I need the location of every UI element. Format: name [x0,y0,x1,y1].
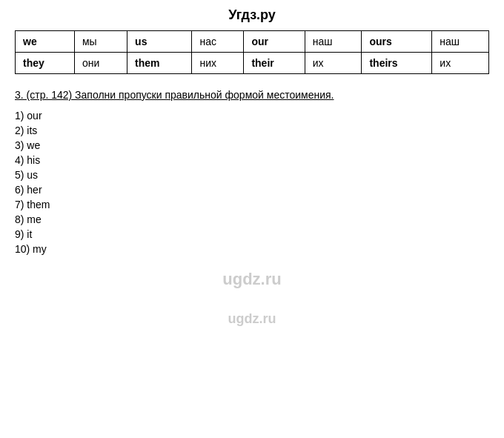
list-item: 9) it [15,228,489,240]
table-cell: they [16,53,75,74]
watermark-bottom: ugdz.ru [15,311,489,327]
table-cell: their [244,53,305,74]
table-cell: них [192,53,244,74]
list-item: 10) my [15,243,489,255]
list-item: 4) his [15,154,489,166]
table-cell: их [305,53,362,74]
list-item: 8) me [15,213,489,225]
list-item: 2) its [15,125,489,136]
section-title: 3. (стр. 142) Заполни пропуски правильно… [15,89,489,101]
table-cell: our [244,31,305,53]
list-item: 3) we [15,139,489,151]
table-cell: us [127,31,192,53]
pronoun-table: weмыusнасourнашoursнашtheyониthemнихthei… [15,30,489,74]
list-item: 5) us [15,169,489,181]
table-cell: наш [432,31,489,53]
list-item: 7) them [15,199,489,210]
table-cell: them [127,53,192,74]
table-cell: theirs [362,53,432,74]
table-cell: ours [362,31,432,53]
watermark-center: ugdz.ru [15,270,489,289]
answers-list: 1) our2) its3) we4) his5) us6) her7) the… [15,110,489,255]
table-cell: наш [305,31,362,53]
list-item: 6) her [15,184,489,196]
table-cell: we [16,31,75,53]
table-cell: нас [192,31,244,53]
table-cell: их [432,53,489,74]
list-item: 1) our [15,110,489,122]
table-cell: мы [74,31,127,53]
site-title: Угдз.ру [15,7,489,23]
table-cell: они [74,53,127,74]
